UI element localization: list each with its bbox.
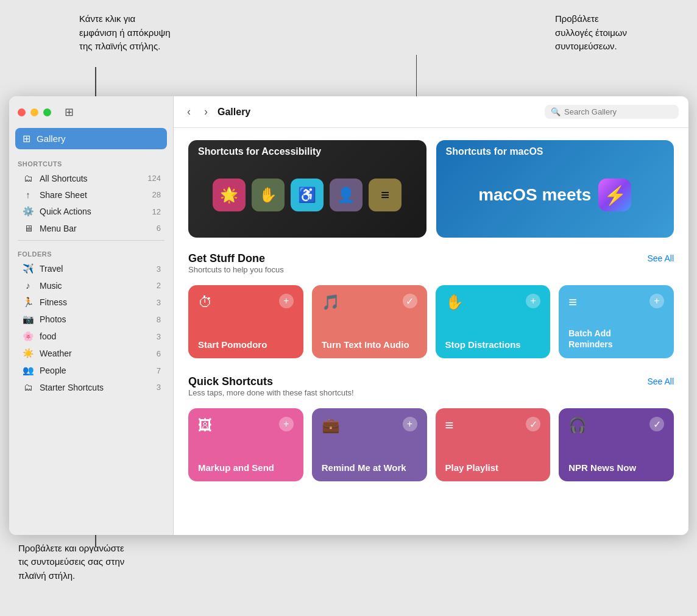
quick-shortcuts-header: Quick Shortcuts Less taps, more done wit… <box>188 375 674 406</box>
weather-icon: ☀️ <box>21 348 35 359</box>
get-stuff-done-cards: ⏱ + Start Pomodoro 🎵 ✓ Turn Text Into Au… <box>188 285 674 358</box>
all-shortcuts-icon: 🗂 <box>21 173 35 183</box>
a11y-icon-4: 👤 <box>330 179 363 211</box>
npr-news-check-btn[interactable]: ✓ <box>649 417 664 431</box>
shortcuts-section-label: Shortcuts <box>9 154 173 170</box>
titlebar: ⊞ <box>9 96 173 128</box>
card-start-pomodoro[interactable]: ⏱ + Start Pomodoro <box>188 285 303 358</box>
sidebar-toggle-button[interactable]: ⊞ <box>62 104 76 120</box>
sidebar-item-menu-bar[interactable]: 🖥 Menu Bar 6 <box>13 220 169 236</box>
sidebar-item-all-shortcuts[interactable]: 🗂 All Shortcuts 124 <box>13 170 169 186</box>
search-input[interactable] <box>564 107 668 116</box>
sidebar-divider <box>18 240 165 241</box>
sidebar-item-photos[interactable]: 📷 Photos 8 <box>13 311 169 328</box>
card-top-row-4: ≡ + <box>568 294 664 311</box>
sidebar-item-gallery[interactable]: ⊞ Gallery <box>15 128 167 149</box>
a11y-icon-2: ✋ <box>252 179 285 211</box>
gallery-label: Gallery <box>37 133 66 144</box>
play-playlist-label: Play Playlist <box>445 462 541 473</box>
shortcuts-app-icon: ⚡ <box>598 179 631 211</box>
quick-shortcuts-see-all[interactable]: See All <box>647 377 674 386</box>
sidebar-item-travel[interactable]: ✈️ Travel 3 <box>13 260 169 277</box>
photos-label: Photos <box>40 314 157 324</box>
sidebar-item-food[interactable]: 🌸 food 3 <box>13 328 169 345</box>
start-pomodoro-label: Start Pomodoro <box>198 339 294 350</box>
sidebar-item-fitness[interactable]: 🏃 Fitness 3 <box>13 294 169 311</box>
npr-news-label: NPR News Now <box>568 462 664 473</box>
page-title: Gallery <box>218 107 539 118</box>
markup-send-icon: 🖼 <box>198 417 213 434</box>
get-stuff-done-title-group: Get Stuff Done Shortcuts to help you foc… <box>188 252 284 283</box>
share-sheet-count: 28 <box>152 190 161 199</box>
accessibility-banner[interactable]: Shortcuts for Accessibility 🌟 ✋ ♿ 👤 ≡ <box>188 140 426 238</box>
weather-count: 6 <box>157 349 161 358</box>
all-shortcuts-count: 124 <box>147 174 161 183</box>
card-npr-news-now[interactable]: 🎧 ✓ NPR News Now <box>559 408 674 481</box>
scroll-area[interactable]: Shortcuts for Accessibility 🌟 ✋ ♿ 👤 ≡ Sh… <box>174 128 688 535</box>
annotation-top-right: Προβάλετε συλλογές έτοιμων συντομεύσεων. <box>555 12 627 54</box>
start-pomodoro-icon: ⏱ <box>198 294 213 311</box>
close-button[interactable] <box>18 108 26 116</box>
remind-me-work-add-btn[interactable]: + <box>403 417 417 431</box>
get-stuff-done-see-all[interactable]: See All <box>647 253 674 263</box>
play-playlist-check-btn[interactable]: ✓ <box>526 417 540 431</box>
markup-send-label: Markup and Send <box>198 462 294 473</box>
travel-label: Travel <box>40 264 157 274</box>
callout-line-3 <box>95 535 96 547</box>
remind-me-work-label: Remind Me at Work <box>322 462 417 473</box>
sidebar-toggle-icon: ⊞ <box>65 106 74 118</box>
people-icon: 👥 <box>21 365 35 376</box>
markup-send-add-btn[interactable]: + <box>279 417 294 431</box>
food-count: 3 <box>157 332 161 341</box>
card-turn-text-into-audio[interactable]: 🎵 ✓ Turn Text Into Audio <box>312 285 427 358</box>
card-top-row-8: 🎧 ✓ <box>568 417 664 434</box>
music-count: 2 <box>157 281 161 290</box>
macos-banner-title: Shortcuts for macOS <box>446 146 543 157</box>
batch-add-reminders-add-btn[interactable]: + <box>649 294 664 308</box>
card-top-row-6: 💼 + <box>322 417 417 434</box>
card-batch-add-reminders[interactable]: ≡ + Batch AddReminders <box>559 285 674 358</box>
maximize-button[interactable] <box>43 108 51 116</box>
fitness-icon: 🏃 <box>21 297 35 308</box>
accessibility-banner-title: Shortcuts for Accessibility <box>198 146 321 157</box>
travel-count: 3 <box>157 264 161 274</box>
quick-actions-count: 12 <box>152 207 161 216</box>
card-top-row-3: ✋ + <box>445 294 541 311</box>
callout-line-1 <box>95 67 96 96</box>
start-pomodoro-add-btn[interactable]: + <box>279 294 294 308</box>
sidebar-item-weather[interactable]: ☀️ Weather 6 <box>13 345 169 362</box>
a11y-icon-3: ♿ <box>291 179 324 211</box>
card-remind-me-at-work[interactable]: 💼 + Remind Me at Work <box>312 408 427 481</box>
sidebar-item-quick-actions[interactable]: ⚙️ Quick Actions 12 <box>13 203 169 220</box>
app-window: ⊞ ⊞ Gallery Shortcuts 🗂 All Shortcuts 12… <box>9 96 688 535</box>
search-bar: 🔍 <box>545 105 679 119</box>
fitness-label: Fitness <box>40 297 157 307</box>
stop-distractions-add-btn[interactable]: + <box>526 294 540 308</box>
forward-button[interactable]: › <box>200 104 211 119</box>
sidebar-item-starter-shortcuts[interactable]: 🗂 Starter Shortcuts 3 <box>13 379 169 395</box>
back-button[interactable]: ‹ <box>183 104 194 119</box>
get-stuff-done-header: Get Stuff Done Shortcuts to help you foc… <box>188 252 674 283</box>
photos-count: 8 <box>157 315 161 324</box>
sidebar: ⊞ ⊞ Gallery Shortcuts 🗂 All Shortcuts 12… <box>9 96 174 535</box>
fitness-count: 3 <box>157 298 161 307</box>
folders-section-label: Folders <box>9 244 173 260</box>
all-shortcuts-label: All Shortcuts <box>40 174 147 183</box>
turn-text-audio-check-btn[interactable]: ✓ <box>403 294 417 308</box>
food-label: food <box>40 331 157 341</box>
get-stuff-done-title: Get Stuff Done <box>188 252 284 265</box>
card-markup-and-send[interactable]: 🖼 + Markup and Send <box>188 408 303 481</box>
card-top-row: ⏱ + <box>198 294 294 311</box>
card-play-playlist[interactable]: ≡ ✓ Play Playlist <box>436 408 551 481</box>
sidebar-item-music[interactable]: ♪ Music 2 <box>13 277 169 294</box>
sidebar-item-people[interactable]: 👥 People 7 <box>13 362 169 379</box>
annotation-top-left: Κάντε κλικ για εμφάνιση ή απόκρυψη της π… <box>79 12 170 54</box>
quick-shortcuts-cards: 🖼 + Markup and Send 💼 + Remind Me at Wor… <box>188 408 674 481</box>
stop-distractions-label: Stop Distractions <box>445 339 541 350</box>
sidebar-item-share-sheet[interactable]: ↑ Share Sheet 28 <box>13 186 169 203</box>
macos-banner[interactable]: Shortcuts for macOS macOS meets ⚡ <box>436 140 674 238</box>
card-stop-distractions[interactable]: ✋ + Stop Distractions <box>436 285 551 358</box>
main-toolbar: ‹ › Gallery 🔍 <box>174 96 688 128</box>
minimize-button[interactable] <box>30 108 38 116</box>
gallery-icon: ⊞ <box>23 133 30 144</box>
